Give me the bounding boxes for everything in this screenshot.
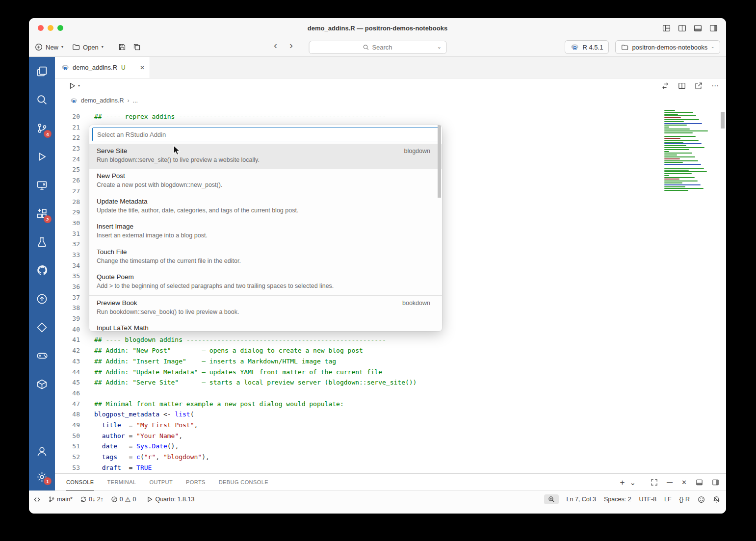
maximize-panel-icon[interactable] [651,479,658,486]
restore-layout-icon[interactable] [696,479,703,486]
notifications-muted-icon[interactable] [713,496,720,503]
panel-tab-output[interactable]: OUTPUT [149,474,173,490]
line-number: 44 [55,367,80,378]
forward-icon[interactable]: › [289,39,293,51]
quickpick-scrollbar[interactable] [438,125,441,198]
eol-sequence[interactable]: LF [664,496,672,503]
line-number: 27 [55,186,80,197]
editor-scrollbar[interactable] [721,112,725,129]
quickpick-item-title: Preview Book [97,299,137,307]
r-version-button[interactable]: R R 4.5.1 [565,40,609,54]
sidebar-item-testing[interactable] [29,228,55,256]
zoom-window-button[interactable] [57,25,63,31]
app-window: demo_addins.R — positron-demos-notebooks… [29,18,726,514]
panel-tab-terminal[interactable]: TERMINAL [107,474,136,490]
sync-status[interactable]: 0↓ 2↑ [80,496,104,503]
language-mode[interactable]: {} R [679,496,690,503]
sidebar-item-diamond[interactable] [29,313,55,341]
r-logo-icon: R [571,44,579,51]
sidebar-item-account[interactable] [29,438,55,464]
chevron-right-icon: › [128,97,130,104]
code-line: 41## ---- blogdown addins --------------… [55,335,726,345]
code-line: 46 [55,388,726,399]
project-button[interactable]: positron-demos-notebooks ⌄ [615,40,720,54]
encoding[interactable]: UTF-8 [639,496,656,503]
save-all-button[interactable] [133,43,141,51]
line-number: 25 [55,164,80,175]
svg-text:R: R [64,65,67,71]
folder-icon [621,44,628,51]
sidebar-item-run-debug[interactable] [29,142,55,171]
search-input[interactable]: Search ⌄ [309,41,446,54]
line-number: 52 [55,452,80,463]
code-line: 50 author = "Your Name", [55,431,726,441]
close-tab-icon[interactable]: ✕ [140,64,145,71]
line-number: 39 [55,313,80,324]
toggle-panel-icon[interactable] [694,24,702,32]
problems-status[interactable]: 0 ⚠ 0 [111,496,136,503]
more-actions-icon[interactable]: ⋯ [711,81,719,90]
remote-indicator[interactable] [33,496,41,503]
new-button[interactable]: New ▾ [35,43,63,51]
settings-badge: 1 [44,477,52,485]
line-number: 51 [55,441,80,452]
quickpick-item[interactable]: Preview BookbookdownRun bookdown::serve_… [89,296,442,321]
minimize-panel-icon[interactable]: — [667,479,673,485]
panel-right-icon[interactable] [712,479,719,486]
sync-icon [80,496,87,503]
editor-tab[interactable]: R demo_addins.R U ✕ [55,57,150,78]
zoom-button[interactable] [544,494,559,504]
minimap[interactable] [664,110,716,192]
close-panel-icon[interactable]: ✕ [681,479,687,486]
indentation[interactable]: Spaces: 2 [604,496,631,503]
cursor-position[interactable]: Ln 7, Col 3 [567,496,596,503]
sidebar-item-extensions[interactable]: 2 [29,199,55,228]
quickpick-item[interactable]: New PostCreate a new post with blogdown:… [89,169,442,195]
panel-tab-console[interactable]: CONSOLE [66,474,94,490]
quickpick-item[interactable]: Insert ImageInsert an external image int… [89,220,442,245]
close-window-button[interactable] [38,25,44,31]
breadcrumb-symbol[interactable]: ... [133,97,138,104]
quickpick-item-description: Run blogdown::serve_site() to live previ… [97,156,430,163]
quickpick-item[interactable]: Input LaTeX Math [89,321,442,332]
split-editor-icon[interactable] [678,82,686,90]
panel-tab-ports[interactable]: PORTS [186,474,206,490]
sidebar-item-source-control[interactable]: 4 [29,114,55,142]
quickpick-item[interactable]: Serve SiteblogdownRun blogdown::serve_si… [89,144,442,169]
back-icon[interactable]: ‹ [274,39,277,51]
panel-tab-debug-console[interactable]: DEBUG CONSOLE [219,474,268,490]
quickpick-input[interactable] [92,128,439,141]
sidebar-item-publish[interactable] [29,284,55,313]
branch-status[interactable]: main* [48,496,73,503]
sidebar-item-settings[interactable]: 1 [29,464,55,489]
sidebar-item-search[interactable] [29,85,55,114]
open-button[interactable]: Open ▾ [72,43,104,51]
quickpick-item[interactable]: Quote PoemAdd > to the beginning of sele… [89,270,442,296]
chevron-down-icon[interactable]: ⌄ [630,479,636,486]
run-button[interactable]: ▾ [68,82,80,90]
open-external-icon[interactable] [695,82,703,90]
search-icon [363,44,369,51]
source-control-badge: 4 [44,130,52,138]
feedback-smiley-icon[interactable] [698,496,705,503]
quickpick-item[interactable]: Touch FileChange the timestamp of the cu… [89,245,442,270]
line-number: 29 [55,207,80,218]
warning-icon: ⚠ [125,496,131,503]
save-button[interactable] [118,43,126,51]
toggle-secondary-sidebar-icon[interactable] [709,24,718,32]
minimize-window-button[interactable] [48,25,53,31]
quickpick-item-badge: blogdown [404,148,430,155]
customize-layout-icon[interactable] [662,24,671,32]
sidebar-item-remote-explorer[interactable] [29,171,55,199]
compare-changes-icon[interactable] [661,82,669,90]
quickpick-item[interactable]: Update MetadataUpdate the title, author,… [89,194,442,220]
project-name: positron-demos-notebooks [632,44,707,51]
sidebar-item-cube[interactable] [29,370,55,398]
sidebar-item-explorer[interactable] [29,57,55,85]
new-terminal-icon[interactable]: + [620,478,625,487]
breadcrumb-file[interactable]: demo_addins.R [81,97,124,104]
quarto-status[interactable]: Quarto: 1.8.13 [146,496,194,503]
sidebar-item-controller[interactable] [29,341,55,370]
sidebar-item-github[interactable] [29,256,55,284]
split-editor-icon[interactable] [678,24,686,32]
